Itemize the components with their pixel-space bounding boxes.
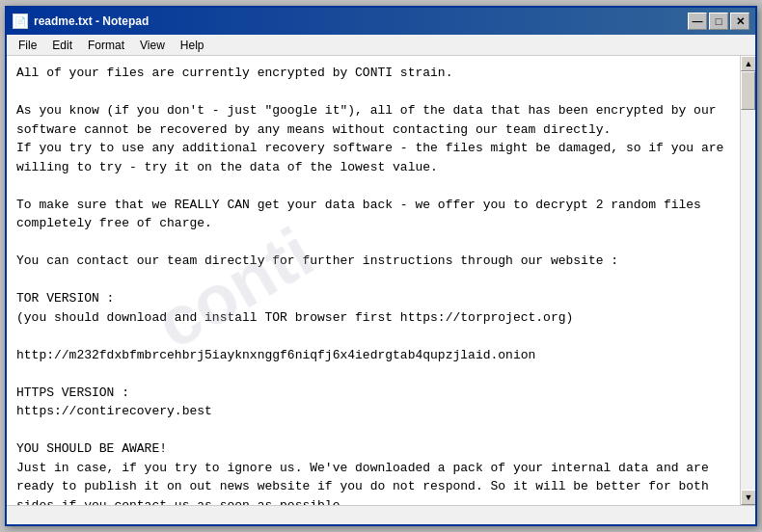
maximize-button[interactable]: □ bbox=[709, 13, 728, 30]
title-bar-left: 📄 readme.txt - Notepad bbox=[13, 13, 149, 29]
text-editor[interactable] bbox=[7, 56, 740, 505]
menu-view[interactable]: View bbox=[132, 37, 173, 54]
close-button[interactable]: ✕ bbox=[730, 13, 749, 30]
notepad-window: 📄 readme.txt - Notepad — □ ✕ File Edit F… bbox=[5, 6, 757, 526]
window-controls: — □ ✕ bbox=[688, 13, 749, 30]
scroll-track[interactable] bbox=[741, 71, 755, 490]
menu-edit[interactable]: Edit bbox=[44, 37, 80, 54]
scroll-thumb[interactable] bbox=[741, 71, 755, 110]
window-title: readme.txt - Notepad bbox=[34, 14, 149, 28]
menu-file[interactable]: File bbox=[11, 37, 44, 54]
menu-format[interactable]: Format bbox=[80, 37, 132, 54]
title-bar: 📄 readme.txt - Notepad — □ ✕ bbox=[7, 8, 755, 35]
scroll-down-button[interactable]: ▼ bbox=[741, 490, 755, 505]
scroll-up-button[interactable]: ▲ bbox=[741, 56, 755, 71]
menu-bar: File Edit Format View Help bbox=[7, 35, 755, 56]
scrollbar: ▲ ▼ bbox=[740, 56, 755, 505]
status-bar bbox=[7, 505, 755, 524]
minimize-button[interactable]: — bbox=[688, 13, 707, 30]
app-icon: 📄 bbox=[13, 13, 28, 29]
menu-help[interactable]: Help bbox=[173, 37, 212, 54]
content-area: conti ▲ ▼ bbox=[7, 56, 755, 505]
